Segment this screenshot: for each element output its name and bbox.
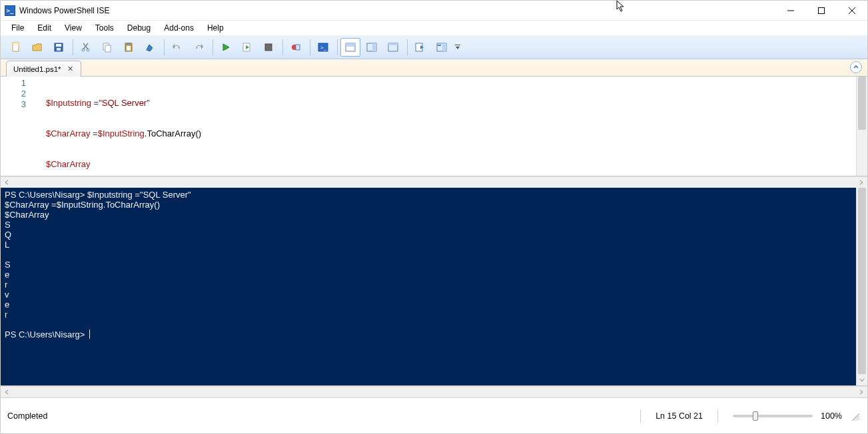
svg-rect-21 <box>296 45 300 50</box>
tab-label: Untitled1.ps1* <box>13 65 61 73</box>
menu-help[interactable]: Help <box>201 22 230 34</box>
collapse-script-pane-button[interactable] <box>850 61 862 73</box>
console-vertical-scrollbar[interactable] <box>856 188 867 385</box>
status-message: Completed <box>7 411 47 421</box>
breakpoint-button[interactable] <box>286 38 306 57</box>
layout-right-button[interactable] <box>362 38 382 57</box>
toolbar-overflow-button[interactable] <box>453 38 462 57</box>
layout-full-button[interactable] <box>383 38 403 57</box>
statusbar: Completed Ln 15 Col 21 100% <box>1 397 867 433</box>
cut-button[interactable] <box>76 38 96 57</box>
svg-rect-7 <box>56 44 61 47</box>
menu-debug[interactable]: Debug <box>121 22 157 34</box>
layout-top-button[interactable] <box>340 38 360 57</box>
zoom-level: 100% <box>821 411 842 421</box>
svg-rect-16 <box>127 43 131 45</box>
console-output[interactable]: PS C:\Users\Nisarg> $Inputstring ="SQL S… <box>1 188 856 385</box>
svg-rect-33 <box>438 45 441 46</box>
copy-button[interactable] <box>97 38 117 57</box>
console-pane: PS C:\Users\Nisarg> $Inputstring ="SQL S… <box>1 188 867 386</box>
menu-edit[interactable]: Edit <box>31 22 57 34</box>
line-number-gutter: 1 2 3 <box>1 77 39 176</box>
svg-rect-5 <box>13 43 19 45</box>
svg-rect-14 <box>105 45 111 52</box>
tab-strip: Untitled1.ps1* ✕ <box>1 59 867 77</box>
svg-rect-1 <box>819 7 825 13</box>
cursor-position: Ln 15 Col 21 <box>655 411 703 421</box>
tab-untitled1[interactable]: Untitled1.ps1* ✕ <box>6 61 81 77</box>
maximize-button[interactable] <box>806 1 837 21</box>
svg-rect-17 <box>127 46 131 51</box>
toolbar: >_ <box>1 35 867 59</box>
save-button[interactable] <box>49 38 69 57</box>
run-selection-button[interactable] <box>237 38 257 57</box>
new-file-button[interactable] <box>6 38 26 57</box>
powershell-console-button[interactable]: >_ <box>313 38 333 57</box>
tab-close-button[interactable]: ✕ <box>66 65 75 74</box>
svg-rect-29 <box>388 43 398 45</box>
menu-view[interactable]: View <box>59 22 88 34</box>
titlebar: >_ Windows PowerShell ISE <box>1 1 867 21</box>
window-title: Windows PowerShell ISE <box>19 6 109 15</box>
close-button[interactable] <box>837 1 867 21</box>
show-command-addon-button[interactable] <box>432 38 452 57</box>
menubar: File Edit View Tools Debug Add-ons Help <box>1 21 867 35</box>
stop-button[interactable] <box>258 38 278 57</box>
resize-grip-icon[interactable] <box>850 411 859 421</box>
svg-rect-8 <box>57 48 61 51</box>
menu-tools[interactable]: Tools <box>89 22 120 34</box>
menu-addons[interactable]: Add-ons <box>158 22 200 34</box>
run-button[interactable] <box>216 38 236 57</box>
svg-rect-32 <box>442 43 446 51</box>
console-horizontal-scrollbar[interactable] <box>1 386 867 397</box>
console-cursor <box>89 329 90 339</box>
open-file-button[interactable] <box>27 38 47 57</box>
clear-button[interactable] <box>140 38 160 57</box>
svg-text:>_: >_ <box>320 45 327 51</box>
svg-rect-25 <box>346 43 355 47</box>
menu-file[interactable]: File <box>5 22 30 34</box>
svg-rect-19 <box>265 44 272 51</box>
editor-vertical-scrollbar[interactable] <box>856 77 867 176</box>
script-editor[interactable]: 1 2 3 $Inputstring ="SQL Server" $CharAr… <box>1 77 867 176</box>
editor-horizontal-scrollbar[interactable] <box>1 176 867 188</box>
zoom-slider[interactable] <box>733 415 813 417</box>
svg-rect-27 <box>372 43 376 51</box>
code-area[interactable]: $Inputstring ="SQL Server" $CharArray =$… <box>39 77 856 176</box>
minimize-button[interactable] <box>775 1 806 21</box>
paste-button[interactable] <box>119 38 139 57</box>
app-icon: >_ <box>5 5 15 16</box>
show-command-button[interactable] <box>410 38 430 57</box>
undo-button[interactable] <box>167 38 187 57</box>
redo-button[interactable] <box>189 38 209 57</box>
